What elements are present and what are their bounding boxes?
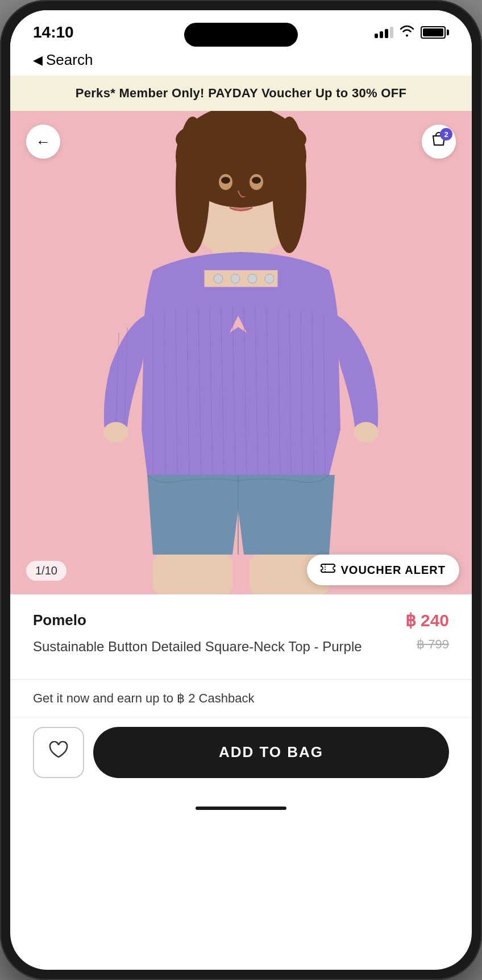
cashback-text: Get it now and earn up to ฿ 2 Cashback	[33, 691, 254, 705]
svg-point-10	[252, 177, 261, 184]
dynamic-island	[184, 23, 298, 47]
signal-bar-3	[385, 29, 388, 38]
voucher-alert-text: VOUCHER ALERT	[341, 564, 446, 577]
back-button-arrow-icon: ←	[36, 133, 51, 151]
signal-bar-1	[375, 34, 378, 38]
search-label[interactable]: Search	[46, 51, 93, 69]
back-search-button[interactable]: ◀ Search	[33, 51, 93, 69]
wishlist-button[interactable]	[33, 727, 84, 778]
product-brand: Pomelo	[33, 611, 86, 629]
home-bar	[196, 807, 286, 810]
home-indicator	[10, 801, 472, 819]
product-image	[10, 111, 472, 594]
svg-point-34	[265, 274, 274, 283]
original-price: ฿ 799	[417, 637, 449, 652]
name-price-row: Sustainable Button Detailed Square-Neck …	[33, 637, 449, 656]
cart-button[interactable]: 2	[422, 125, 456, 159]
image-counter-text: 1/10	[35, 564, 57, 577]
action-bar: ADD TO BAG	[10, 717, 472, 801]
voucher-icon	[321, 563, 335, 577]
add-to-bag-button[interactable]: ADD TO BAG	[93, 727, 449, 778]
signal-bar-4	[390, 27, 393, 38]
svg-point-32	[231, 274, 240, 283]
svg-point-29	[103, 422, 128, 443]
promo-banner[interactable]: Perks* Member Only! PAYDAY Voucher Up to…	[10, 76, 472, 111]
phone-screen: 14:10 1	[10, 10, 472, 970]
signal-bars	[375, 27, 393, 38]
battery-icon: 100	[421, 26, 449, 39]
divider-1	[10, 679, 472, 680]
search-bar-row: ◀ Search	[10, 50, 472, 76]
current-price: ฿ 240	[405, 610, 449, 630]
back-button[interactable]: ←	[26, 125, 60, 159]
phone-frame: 14:10 1	[0, 0, 482, 980]
cart-badge: 2	[440, 128, 452, 140]
svg-point-40	[333, 567, 335, 570]
svg-rect-36	[153, 555, 232, 594]
svg-point-31	[214, 274, 223, 283]
promo-text: Perks* Member Only! PAYDAY Voucher Up to…	[76, 86, 407, 100]
cart-count: 2	[444, 130, 448, 139]
back-arrow-icon: ◀	[33, 53, 43, 68]
status-icons: 100	[375, 24, 449, 40]
signal-bar-2	[380, 31, 383, 38]
svg-point-33	[248, 274, 257, 283]
wifi-icon	[399, 24, 415, 40]
image-counter: 1/10	[26, 561, 67, 581]
brand-price-row: Pomelo ฿ 240	[33, 610, 449, 630]
battery-text: 100	[423, 29, 446, 36]
svg-point-30	[354, 422, 379, 443]
svg-point-9	[221, 177, 230, 184]
cashback-section: Get it now and earn up to ฿ 2 Cashback	[10, 691, 472, 717]
product-image-svg	[10, 111, 472, 594]
svg-point-39	[321, 567, 323, 570]
voucher-alert-button[interactable]: VOUCHER ALERT	[307, 555, 459, 585]
status-time: 14:10	[33, 23, 74, 42]
product-name: Sustainable Button Detailed Square-Neck …	[33, 637, 408, 656]
add-to-bag-label: ADD TO BAG	[219, 743, 323, 761]
product-info-section: Pomelo ฿ 240 Sustainable Button Detailed…	[10, 594, 472, 668]
heart-icon	[48, 741, 69, 764]
product-image-container[interactable]: ← 2 1/10	[10, 111, 472, 594]
